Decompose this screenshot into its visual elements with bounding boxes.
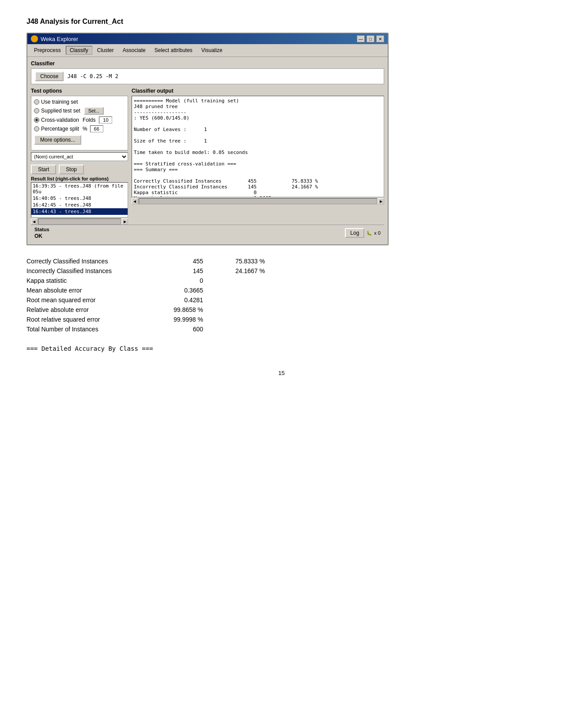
page-title: J48 Analysis for Current_Act bbox=[26, 18, 537, 26]
weka-window: Weka Explorer — □ ✕ Preprocess Classify … bbox=[26, 33, 389, 245]
percent-input[interactable] bbox=[90, 125, 103, 132]
classifier-output-panel: Classifier output ========== Model (full… bbox=[132, 88, 384, 225]
titlebar-left: Weka Explorer bbox=[31, 35, 78, 42]
stats-val1-5: 99.8658 % bbox=[168, 306, 203, 313]
stats-row-5: Relative absolute error 99.8658 % bbox=[26, 306, 537, 313]
use-training-row: Use training set bbox=[34, 99, 125, 105]
stats-label-1: Incorrectly Classified Instances bbox=[26, 267, 168, 274]
stats-val1-6: 99.9998 % bbox=[168, 316, 203, 323]
page-number: 15 bbox=[26, 370, 537, 376]
stats-row-1: Incorrectly Classified Instances 145 24.… bbox=[26, 267, 537, 274]
menu-classify[interactable]: Classify bbox=[66, 46, 92, 55]
menu-select-attributes[interactable]: Select attributes bbox=[151, 46, 196, 55]
stats-val1-1: 145 bbox=[168, 267, 203, 274]
weka-statusbar: Status OK Log 🐛 x 0 bbox=[31, 225, 384, 241]
supplied-test-radio[interactable] bbox=[34, 108, 39, 113]
scroll-right-button[interactable]: ▶ bbox=[122, 218, 128, 225]
weka-menubar: Preprocess Classify Cluster Associate Se… bbox=[27, 44, 388, 57]
stats-val2-1: 24.1667 % bbox=[212, 267, 265, 274]
set-button[interactable]: Set... bbox=[84, 107, 104, 115]
output-scroll-left[interactable]: ◀ bbox=[132, 198, 138, 204]
window-controls[interactable]: — □ ✕ bbox=[357, 35, 384, 42]
use-training-radio[interactable] bbox=[34, 99, 39, 105]
close-button[interactable]: ✕ bbox=[376, 35, 384, 42]
stats-label-7: Total Number of Instances bbox=[26, 326, 168, 333]
maximize-button[interactable]: □ bbox=[367, 35, 374, 42]
stats-row-0: Correctly Classified Instances 455 75.83… bbox=[26, 258, 537, 265]
use-training-label: Use training set bbox=[41, 99, 78, 105]
result-item[interactable]: 16:42:45 - trees.J48 bbox=[31, 202, 128, 208]
choose-button[interactable]: Choose bbox=[35, 71, 64, 81]
worm-area: Log 🐛 x 0 bbox=[345, 228, 381, 238]
weka-window-title: Weka Explorer bbox=[41, 36, 78, 42]
weka-body: Classifier Choose J48 -C 0.25 -M 2 Test … bbox=[27, 57, 388, 244]
supplied-test-label: Supplied test set bbox=[41, 108, 80, 114]
stats-val1-7: 600 bbox=[168, 326, 203, 333]
menu-preprocess[interactable]: Preprocess bbox=[30, 46, 65, 55]
stats-label-4: Root mean squared error bbox=[26, 296, 168, 304]
scroll-track[interactable] bbox=[38, 218, 121, 225]
result-list-box[interactable]: 16:39:35 - trees.J48 (from file 05u 16:4… bbox=[31, 182, 128, 218]
stats-row-6: Root relative squared error 99.9998 % bbox=[26, 316, 537, 323]
stats-label-6: Root relative squared error bbox=[26, 316, 168, 323]
classifier-section-label: Classifier bbox=[31, 60, 384, 67]
folds-label: Folds bbox=[83, 117, 95, 123]
log-button[interactable]: Log bbox=[345, 228, 364, 238]
percentage-split-row: Percentage split % bbox=[34, 125, 125, 132]
menu-associate[interactable]: Associate bbox=[119, 46, 150, 55]
stats-val1-3: 0.3665 bbox=[168, 287, 203, 294]
detailed-heading: === Detailed Accuracy By Class === bbox=[26, 345, 537, 352]
percent-symbol: % bbox=[83, 126, 87, 132]
cross-validation-radio[interactable] bbox=[34, 117, 39, 123]
stats-val1-0: 455 bbox=[168, 258, 203, 265]
start-stop-row: Start Stop bbox=[31, 165, 128, 174]
status-label: Status bbox=[34, 227, 49, 232]
scroll-left-button[interactable]: ◀ bbox=[31, 218, 37, 225]
stats-label-3: Mean absolute error bbox=[26, 287, 168, 294]
weka-titlebar: Weka Explorer — □ ✕ bbox=[27, 34, 388, 44]
worm-count: x 0 bbox=[374, 230, 381, 236]
stats-row-3: Mean absolute error 0.3665 bbox=[26, 287, 537, 294]
result-item-selected[interactable]: 16:44:43 - trees.J48 bbox=[31, 208, 128, 215]
status-section: Status OK bbox=[34, 227, 49, 239]
menu-visualize[interactable]: Visualize bbox=[197, 46, 227, 55]
stop-button[interactable]: Stop bbox=[59, 165, 84, 174]
weka-icon bbox=[31, 35, 38, 42]
cross-validation-label: Cross-validation bbox=[41, 117, 79, 123]
stats-label-0: Correctly Classified Instances bbox=[26, 258, 168, 265]
output-box[interactable]: ========== Model (full training set) J48… bbox=[132, 96, 384, 197]
classifier-row: Choose J48 -C 0.25 -M 2 bbox=[31, 68, 384, 84]
stats-row-2: Kappa statistic 0 bbox=[26, 277, 537, 284]
percentage-split-radio[interactable] bbox=[34, 126, 39, 131]
stats-section: Correctly Classified Instances 455 75.83… bbox=[26, 258, 537, 352]
test-options-label: Test options bbox=[31, 88, 128, 94]
output-scroll-track[interactable] bbox=[139, 198, 377, 204]
folds-input[interactable] bbox=[99, 116, 112, 124]
output-horizontal-scrollbar[interactable]: ◀ ▶ bbox=[132, 198, 384, 204]
stats-row-7: Total Number of Instances 600 bbox=[26, 326, 537, 333]
output-scroll-right[interactable]: ▶ bbox=[378, 198, 384, 204]
result-item[interactable]: 16:39:35 - trees.J48 (from file 05u bbox=[31, 183, 128, 195]
status-value: OK bbox=[34, 233, 49, 239]
stats-val1-4: 0.4281 bbox=[168, 296, 203, 304]
percentage-split-label: Percentage split bbox=[41, 126, 79, 132]
worm-icon: 🐛 bbox=[366, 230, 372, 236]
horizontal-scrollbar[interactable]: ◀ ▶ bbox=[31, 218, 128, 225]
two-col-layout: Test options Use training set Supplied t… bbox=[31, 88, 384, 225]
stats-label-2: Kappa statistic bbox=[26, 277, 168, 284]
stats-val2-0: 75.8333 % bbox=[212, 258, 265, 265]
more-options-button[interactable]: More options... bbox=[34, 135, 81, 145]
result-item[interactable]: 16:40:05 - trees.J48 bbox=[31, 195, 128, 202]
test-options-box: Use training set Supplied test set Set..… bbox=[31, 96, 128, 150]
stats-label-5: Relative absolute error bbox=[26, 306, 168, 313]
cross-validation-row: Cross-validation Folds bbox=[34, 116, 125, 124]
minimize-button[interactable]: — bbox=[357, 35, 365, 42]
stats-val1-2: 0 bbox=[168, 277, 203, 284]
start-button[interactable]: Start bbox=[31, 165, 56, 174]
test-options-panel: Test options Use training set Supplied t… bbox=[31, 88, 128, 225]
stats-row-4: Root mean squared error 0.4281 bbox=[26, 296, 537, 304]
menu-cluster[interactable]: Cluster bbox=[93, 46, 118, 55]
nom-select[interactable]: (Nom) current_act bbox=[31, 152, 128, 161]
classifier-output-label: Classifier output bbox=[132, 88, 384, 94]
result-list-label: Result list (right-click for options) bbox=[31, 176, 128, 181]
